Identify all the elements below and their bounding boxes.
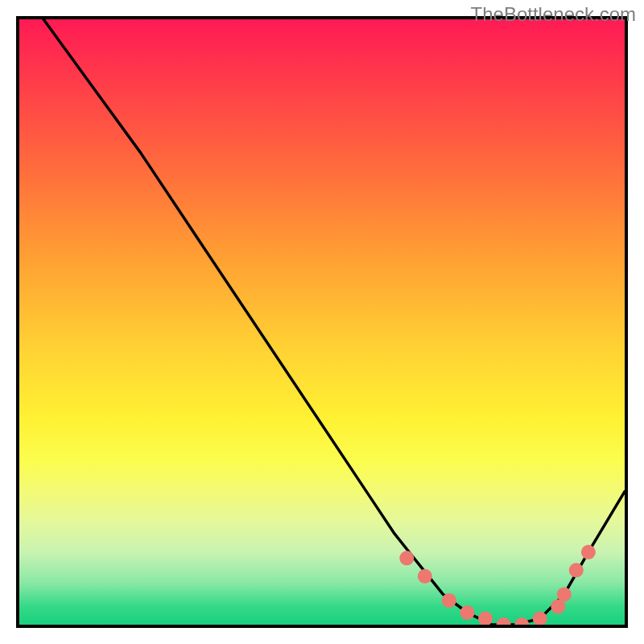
marker-dot (460, 605, 475, 620)
marker-dot (557, 587, 572, 601)
marker-dot (581, 545, 596, 559)
marker-dot (514, 617, 529, 625)
plot-area (16, 16, 628, 628)
chart-container: TheBottleneck.com (0, 0, 644, 644)
attribution-label: TheBottleneck.com (471, 3, 636, 26)
marker-dot (478, 612, 493, 625)
marker-dot (569, 563, 584, 577)
marker-dot (418, 569, 432, 584)
marker-dot (399, 551, 414, 565)
curve-layer (19, 19, 625, 625)
marker-dot (442, 593, 456, 608)
bottleneck-curve (43, 19, 625, 625)
marker-dots (399, 545, 596, 625)
marker-dot (497, 617, 511, 625)
